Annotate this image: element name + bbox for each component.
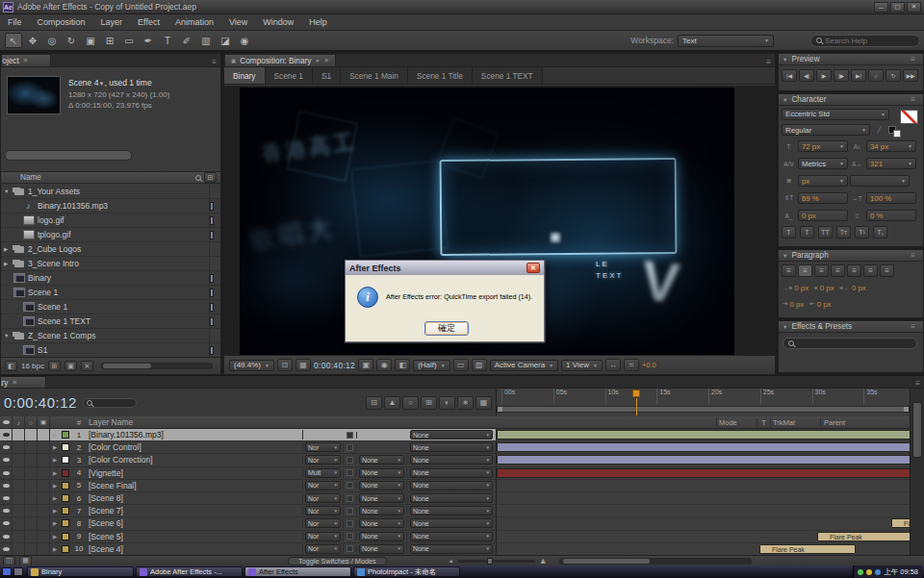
layer-row[interactable]: ▶ 10 [Scene 4] Nor▼ None▼ None▼ Flare Pe… (0, 543, 910, 555)
all-caps-button[interactable]: TT (818, 226, 833, 239)
trkmat-dropdown[interactable]: None▼ (359, 481, 404, 490)
pen-tool-icon[interactable]: ✒ (140, 33, 157, 48)
taskbar-item-binary[interactable]: Binary (27, 566, 134, 577)
layer-duration-bar[interactable]: Flare Peak (817, 532, 910, 541)
lock-column-icon[interactable]: ▣ (38, 416, 50, 428)
bit-depth-label[interactable]: 16 bpc (21, 362, 44, 370)
zoom-tool-icon[interactable]: ◎ (43, 33, 61, 48)
eye-toggle[interactable] (0, 480, 13, 491)
align-center-button[interactable]: ≡ (798, 264, 812, 277)
layer-duration-bar[interactable]: Flare Peak (759, 544, 856, 554)
taskbar-item-ae-dialog[interactable]: After Effects (244, 566, 351, 577)
solo-toggle[interactable] (25, 441, 38, 453)
audio-toggle[interactable] (13, 454, 25, 465)
twirl-icon[interactable]: ▶ (50, 457, 60, 463)
font-style-dropdown[interactable]: Regular▼ (782, 124, 870, 136)
layer-name[interactable]: [Scene 5] (87, 532, 303, 541)
tab-composition-binary[interactable]: ▣ Composition: Binary ▼ ✕ (224, 54, 336, 66)
fill-color-swatch[interactable] (900, 110, 918, 124)
kerning-dropdown[interactable]: Metrics▼ (798, 158, 848, 169)
parent-column-header[interactable]: Parent (821, 418, 910, 427)
first-line-indent-field[interactable]: ≡0 px (814, 284, 834, 292)
label-color-chip[interactable] (210, 216, 214, 225)
parent-dropdown[interactable]: None▼ (410, 493, 493, 503)
font-size-dropdown[interactable]: 72 px▼ (798, 140, 848, 152)
camera-tool-icon[interactable]: ▣ (82, 33, 99, 48)
label-color-chip[interactable] (210, 346, 214, 355)
lock-toggle[interactable] (38, 543, 50, 555)
solo-toggle[interactable] (25, 531, 38, 542)
layer-name[interactable]: [Scene 7] (87, 506, 303, 515)
panel-menu-icon[interactable]: ≡ (915, 379, 920, 388)
layer-duration-bar[interactable] (497, 430, 910, 440)
layer-track[interactable] (496, 492, 910, 505)
snapshot-icon[interactable]: ▣ (358, 359, 373, 371)
tab-timeline-binary[interactable]: Binary✕ (0, 376, 46, 388)
menu-item[interactable]: Help (301, 17, 335, 27)
switch-toggle[interactable] (346, 545, 353, 552)
indent-left-field[interactable]: →≡0 px (783, 284, 808, 292)
solo-toggle[interactable] (25, 543, 38, 555)
trkmat-dropdown[interactable]: None▼ (359, 532, 404, 541)
name-column-header[interactable]: Name (20, 173, 41, 182)
solo-toggle[interactable] (25, 517, 38, 529)
twirl-icon[interactable]: ▶ (50, 432, 60, 438)
current-time-indicator[interactable] (632, 390, 640, 397)
baseline-shift-value[interactable]: 0 px (798, 210, 848, 221)
motion-blur-icon[interactable]: ◐ (439, 396, 455, 410)
lock-toggle[interactable] (38, 492, 50, 504)
trkmat-dropdown[interactable]: None▼ (359, 518, 404, 528)
layer-color-chip[interactable] (62, 533, 69, 540)
layer-name[interactable]: [Vignette] (87, 468, 303, 478)
minimize-button[interactable]: ─ (874, 2, 888, 13)
comp-tab[interactable]: Scene 1 TEXT (473, 67, 543, 84)
layer-row[interactable]: ▶ 2 [Color Control] Nor▼ None▼ (0, 441, 910, 454)
magnification-dropdown[interactable]: (49.4%)▼ (229, 360, 274, 371)
trash-icon[interactable]: ✕ (81, 361, 93, 371)
tsume-value[interactable]: 0 % (866, 210, 916, 221)
audio-toggle[interactable]: ♪ (13, 429, 25, 440)
help-search-input[interactable] (825, 37, 906, 45)
expand-layers-icon[interactable]: ◫ (3, 556, 15, 566)
next-frame-button[interactable]: |▶ (834, 69, 849, 82)
switch-toggle[interactable] (346, 432, 353, 439)
lock-toggle[interactable] (38, 505, 50, 516)
work-area-bar[interactable] (497, 406, 910, 413)
blend-mode-dropdown[interactable]: Nor▼ (305, 481, 341, 490)
twirl-icon[interactable]: ▼ (783, 253, 787, 259)
project-item[interactable]: ▼ 1_Your Assets (1, 185, 220, 199)
trkmat-dropdown[interactable]: None▼ (359, 506, 404, 515)
switch-toggle[interactable] (346, 495, 353, 502)
type-tool-icon[interactable]: T (159, 33, 176, 48)
eye-toggle[interactable] (0, 467, 13, 479)
layer-row[interactable]: ▶ 9 [Scene 5] Nor▼ None▼ None▼ Flare Pea… (0, 531, 910, 543)
lock-toggle[interactable] (38, 531, 50, 542)
menu-item[interactable]: Layer (93, 17, 131, 27)
panel-menu-icon[interactable]: ≡ (911, 322, 915, 331)
workspace-dropdown[interactable]: Text ▼ (678, 35, 774, 47)
panel-menu-icon[interactable]: ≡ (911, 55, 915, 63)
switch-toggle[interactable] (346, 457, 353, 464)
parent-dropdown[interactable]: None▼ (410, 506, 493, 515)
layer-name[interactable]: [Scene 4] (87, 544, 303, 554)
horizontal-scrollbar[interactable] (101, 363, 213, 369)
close-icon[interactable]: ✕ (23, 57, 28, 64)
chevron-down-icon[interactable]: ▼ (315, 58, 320, 63)
indent-right-field[interactable]: ≡←0 px (840, 284, 866, 292)
layer-row[interactable]: ▶ 7 [Scene 7] Nor▼ None▼ None▼ (0, 505, 910, 517)
stroke-style-dropdown[interactable]: ▼ (850, 175, 910, 187)
first-frame-button[interactable]: |◀ (782, 69, 797, 82)
puppet-pin-tool-icon[interactable]: ◉ (236, 33, 253, 48)
graph-editor-icon[interactable]: ▦ (475, 396, 492, 410)
solo-toggle[interactable] (25, 454, 38, 465)
switch-toggle[interactable] (346, 482, 353, 489)
layer-row[interactable]: ▶ 8 [Scene 6] Nor▼ None▼ None▼ Flare Pea… (0, 517, 910, 530)
project-item[interactable]: Scene 1 TEXT (1, 314, 220, 329)
frame-blend-icon[interactable]: ⊞ (421, 396, 437, 410)
solo-toggle[interactable] (25, 492, 38, 504)
eraser-tool-icon[interactable]: ◪ (217, 33, 234, 48)
comp-tab[interactable]: S1 (313, 67, 341, 84)
project-item[interactable]: tplogo.gif (1, 228, 220, 242)
project-item[interactable]: logo.gif (1, 214, 220, 228)
vertical-scrollbar[interactable] (910, 389, 924, 555)
